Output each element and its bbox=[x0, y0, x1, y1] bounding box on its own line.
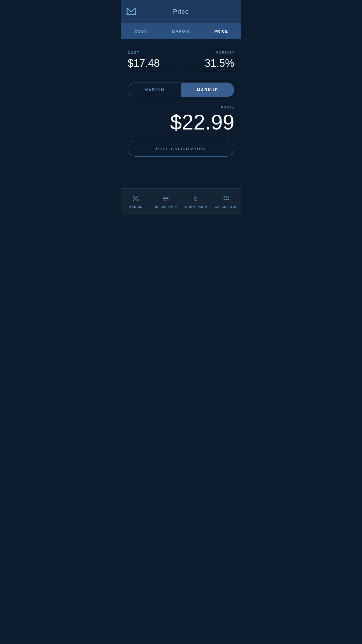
result-value: $22.99 bbox=[170, 112, 234, 133]
input-row: COST $17.48 MARKUP 31.5% bbox=[128, 51, 234, 72]
percent-icon bbox=[132, 195, 139, 204]
toggle-margin[interactable]: MARGIN bbox=[128, 83, 181, 97]
svg-rect-17 bbox=[226, 199, 229, 200]
cost-value[interactable]: $17.48 bbox=[128, 57, 178, 69]
roll-calculation-button[interactable]: ROLL CALCULATION bbox=[128, 141, 234, 157]
nav-item-break-even[interactable]: BREAK EVEN bbox=[151, 189, 181, 215]
margin-markup-toggle[interactable]: MARGIN MARKUP bbox=[128, 83, 234, 97]
lines-icon bbox=[162, 195, 169, 204]
cost-underline bbox=[128, 72, 178, 72]
top-tab-bar: COST MARGIN PRICE bbox=[121, 23, 241, 39]
svg-rect-12 bbox=[228, 196, 229, 197]
svg-rect-15 bbox=[228, 197, 229, 198]
svg-rect-10 bbox=[224, 196, 225, 197]
nav-label-break-even: BREAK EVEN bbox=[155, 205, 177, 209]
nav-label-margin: MARGIN bbox=[129, 205, 143, 209]
nav-label-calculator: CALCULATOR bbox=[215, 205, 238, 209]
tab-cost[interactable]: COST bbox=[121, 23, 161, 39]
svg-rect-16 bbox=[224, 199, 225, 200]
cost-group: COST $17.48 bbox=[128, 51, 178, 72]
grid-icon bbox=[223, 195, 230, 204]
svg-text:$: $ bbox=[194, 195, 197, 202]
markup-label: MARKUP bbox=[215, 51, 234, 55]
result-label: PRICE bbox=[221, 105, 234, 109]
svg-rect-11 bbox=[226, 196, 227, 197]
tab-margin[interactable]: MARGIN bbox=[161, 23, 201, 39]
svg-point-3 bbox=[133, 196, 135, 197]
nav-item-calculator[interactable]: CALCULATOR bbox=[211, 189, 242, 215]
tab-price[interactable]: PRICE bbox=[201, 23, 241, 39]
toggle-markup[interactable]: MARKUP bbox=[181, 83, 234, 97]
markup-value[interactable]: 31.5% bbox=[205, 57, 234, 69]
app-logo bbox=[126, 7, 136, 17]
svg-point-4 bbox=[137, 200, 138, 201]
nav-label-commission: COMMISSION bbox=[185, 205, 207, 209]
page-title: Price bbox=[173, 8, 189, 15]
svg-rect-13 bbox=[224, 197, 225, 198]
svg-rect-14 bbox=[226, 197, 227, 198]
markup-underline bbox=[184, 72, 234, 72]
markup-group: MARKUP 31.5% bbox=[184, 51, 234, 72]
bottom-nav: MARGIN BREAK EVEN $ COMMISSION bbox=[121, 188, 241, 215]
header: Price bbox=[121, 0, 241, 23]
cost-label: COST bbox=[128, 51, 178, 55]
svg-line-5 bbox=[133, 196, 138, 201]
main-content: COST $17.48 MARKUP 31.5% MARGIN MARKUP P… bbox=[121, 39, 241, 188]
result-section: PRICE $22.99 bbox=[128, 105, 234, 133]
nav-item-margin[interactable]: MARGIN bbox=[121, 189, 151, 215]
dollar-icon: $ bbox=[193, 195, 200, 204]
nav-item-commission[interactable]: $ COMMISSION bbox=[181, 189, 211, 215]
